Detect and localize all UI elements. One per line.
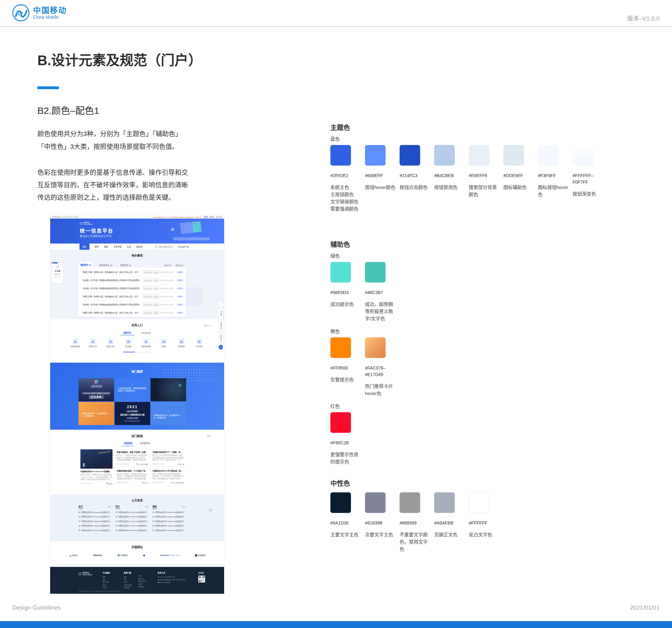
apps-settings-link[interactable]: 设置入口 ›	[204, 324, 212, 327]
follow-action[interactable]: ☆ 加关注	[176, 271, 183, 274]
app-entry[interactable]: ▤ 研究院工会	[86, 339, 100, 347]
news-card[interactable]: 恭喜中国移动，喜提“宇宙第一运营商”称号… 9月26日，“5G视界 未来同享”为…	[117, 451, 148, 465]
search-input[interactable]	[158, 246, 174, 248]
partner-strategy-analytics[interactable]: STRATEGYANALYTICS	[160, 554, 180, 556]
tab-institute-todo[interactable]: 研究院待办 12	[98, 262, 114, 268]
app-entry[interactable]: ▤ 预算管理	[174, 339, 188, 347]
todo-row[interactable]: 「综合部」关于印发《中国移动通信集团有限公司党组关于开展全国范围内节约网… 拟定…	[81, 284, 183, 293]
tab-institute-apps[interactable]: 研究院应用	[138, 330, 154, 335]
footer-link[interactable]: 腾讯会议	[138, 578, 146, 580]
tab-institute-news[interactable]: 研究院新闻	[138, 441, 152, 446]
hot-tile-quote-blue[interactable]: ⌃ ❝ 中国移动即将“回A”，陈光明狂买44亿，值得期待吗？	[150, 402, 186, 425]
back-to-top-button[interactable]: ↑	[218, 302, 223, 307]
footer-link[interactable]: 青苹学堂	[102, 581, 110, 584]
footer-link[interactable]: WPS	[124, 581, 131, 584]
rail-item[interactable]: 流程制度	[218, 332, 223, 344]
notification-bell-icon[interactable]	[203, 216, 206, 218]
doc-item[interactable]: ▤ 中国移动发布5G-Advanced双链融合行动计划…	[78, 525, 112, 527]
docs-more-link[interactable]: 更多 ›	[108, 506, 112, 508]
software-download-link[interactable]: 软件下载	[178, 246, 189, 248]
tab-to-read[interactable]: 待阅事项 16	[118, 262, 133, 268]
nav-item-report[interactable]: 报表	[104, 245, 108, 248]
news-card[interactable]: 中国移动宣布结果，5G订单给了美国高通… 推出5G FUN娱乐，是中国移动履行安…	[117, 467, 148, 484]
doc-item[interactable]: ▤ 中国移动发布5G-Advanced双链融合行动计划…	[116, 511, 149, 514]
doc-item[interactable]: ▤ 中国移动发布5G-Advanced双链融合行动计划…	[152, 525, 186, 527]
news-card[interactable]: 中国移动公布2021年中期业绩丨经营业绩… 此外，中国移动近年来在电影领域积累了…	[152, 467, 184, 484]
todo-row-title[interactable]: 「党群工作部（党委办公室、党风廉政办公室、巡查工作办公室）」关于开展年度…	[81, 311, 142, 314]
tab-group-news[interactable]: 集团新闻	[122, 441, 134, 446]
doc-item[interactable]: ▤ 中国移动发布5G-Advanced双链融合行动计划…	[116, 525, 149, 527]
follow-action[interactable]: ☆ 加关注	[176, 303, 183, 306]
docs-more-link[interactable]: 更多 ›	[182, 506, 186, 508]
user-menu[interactable]: 欢迎您，王大海 ▾	[209, 216, 222, 218]
follow-action[interactable]: ☆ 加关注	[176, 287, 183, 290]
todo-row[interactable]: 「党群工作部（党委办公室、党风廉政办公室、巡查工作办公室）」关于开展年度… 拟定…	[81, 293, 183, 301]
nav-item-codesite[interactable]: 易码站	[136, 245, 142, 248]
news-featured-card[interactable]: 中国移动发布5G-Advanced双链融合行动计划… 面向广大用户，中国移动5G…	[80, 449, 113, 485]
footer-link[interactable]: 生活	[102, 584, 110, 586]
todo-row-title[interactable]: 「综合部」关于印发《中国移动通信集团有限公司党组关于开展全国范围内节约网…	[81, 287, 142, 290]
follow-action[interactable]: ☆ 加关注	[176, 279, 183, 282]
todo-row[interactable]: 「党群工作部（党委办公室、党风廉政办公室、巡查工作办公室）」关于开展年度… 拟定…	[81, 309, 183, 317]
my-follow-link[interactable]: 我的关注 ▾	[175, 264, 184, 266]
tab-group-todo[interactable]: 集团待办 08	[78, 262, 93, 268]
footer-link[interactable]: QQ	[124, 578, 131, 581]
todo-row-title[interactable]: 「党群工作部（党委办公室、党风廉政办公室、巡查工作办公室）」关于开展年度…	[81, 271, 142, 274]
carousel-progress[interactable]	[123, 352, 151, 352]
doc-item[interactable]: ▤ 中国移动发布5G-Advanced双链融合行动计划…	[78, 529, 112, 532]
todo-row[interactable]: 「综合部」关于印发《中国移动通信集团有限公司党组关于开展全国范围内节约网… 拟定…	[81, 276, 183, 284]
hot-tile-contest-poster[interactable]: 2021 CAICT 中国信通院 首届全国人工智能创新应用大赛 -智能网络专题赛…	[115, 402, 150, 425]
doc-item[interactable]: ▤ 中国移动发布5G-Advanced双链融合行动计划…	[152, 511, 186, 514]
nav-item-home[interactable]: 首页	[79, 243, 90, 250]
hot-tile-quote[interactable]: ❝ 三大运营商将齐聚，中国移动披露招股说明书，回A拟募560亿 ⌄	[115, 378, 150, 401]
footer-link[interactable]: 印象笔记	[138, 585, 146, 588]
news-more-link[interactable]: 更多 ›	[207, 435, 212, 437]
doc-item[interactable]: ▤ 中国移动发布5G-Advanced双链融合行动计划…	[152, 515, 186, 518]
follow-action[interactable]: ☆ 加关注	[176, 311, 183, 314]
app-entry[interactable]: ▤ 资产管理	[192, 339, 206, 347]
footer-link[interactable]: 报表	[102, 578, 110, 581]
nav-item-life[interactable]: 生活	[127, 245, 131, 248]
hot-tile-quote-orange[interactable]: ❝ 中国移动即将“回A”，陈光明狂买44亿，值得期待吗？	[78, 402, 114, 425]
app-entry[interactable]: ▤ 智慧党建系统	[68, 339, 82, 347]
doc-item[interactable]: ▤ 中国移动发布5G-Advanced双链融合行动计划…	[116, 529, 149, 532]
partner-diamond[interactable]: ◆	[143, 554, 145, 557]
footer-link[interactable]: 记事本	[138, 583, 146, 586]
hot-tile-photo-dark[interactable]	[150, 378, 186, 401]
user-avatar[interactable]	[206, 216, 208, 218]
app-entry[interactable]: ▤ 乐智云	[157, 339, 170, 347]
app-entry[interactable]: ▤ 研发工具栈	[104, 339, 118, 347]
footer-link[interactable]: 钉钉	[138, 575, 146, 578]
search-box[interactable]	[154, 245, 175, 248]
doc-item[interactable]: ▤ 中国移动发布5G-Advanced双链融合行动计划…	[78, 511, 112, 514]
doc-item[interactable]: ▤ 中国移动发布5G-Advanced双链融合行动计划…	[116, 520, 149, 522]
partner-cnki[interactable]: N中国知网	[195, 554, 206, 557]
todo-row[interactable]: 「综合部」关于印发《中国移动通信集团有限公司党组关于开展全国范围内节约网… 拟定…	[81, 301, 183, 309]
footer-link[interactable]: 微信	[124, 576, 131, 578]
docs-more-link[interactable]: 更多 ›	[145, 506, 149, 508]
doc-item[interactable]: ▤ 中国移动发布5G-Advanced双链融合行动计划…	[78, 520, 112, 522]
hot-tile-photo[interactable]: 5G-Advanced新型产业链融合行动计划书 正式发布	[78, 378, 114, 401]
follow-action[interactable]: ☆ 加关注	[176, 295, 183, 298]
nav-item-school[interactable]: 青苹学堂	[114, 245, 122, 248]
rail-item[interactable]: 调查单	[218, 308, 223, 319]
todo-row-title[interactable]: 「综合部」关于印发《中国移动通信集团有限公司党组关于开展全国范围内节约网…	[81, 279, 142, 282]
rail-item[interactable]: 快速流程	[218, 320, 223, 331]
doc-item[interactable]: ▤ 中国移动发布5G-Advanced双链融合行动计划…	[78, 515, 112, 518]
nav-item-mail[interactable]: 邮件	[95, 245, 99, 248]
doc-item[interactable]: ▤ 中国移动发布5G-Advanced双链融合行动计划…	[152, 529, 186, 532]
partner-cmcc[interactable]: 中国移动	[118, 554, 128, 557]
service-icon[interactable]: ◎	[218, 345, 223, 350]
news-card[interactable]: 中国移动或将成为下一个烟草、投资公司是… 据介绍，5G FUN娱乐是中国移动基于…	[152, 451, 184, 465]
doc-item[interactable]: ▤ 中国移动发布5G-Advanced双链融合行动计划…	[116, 515, 149, 518]
footer-link[interactable]: 谷歌浏览器	[124, 584, 131, 586]
app-entry[interactable]: ▤ 研发外协管理	[139, 339, 153, 347]
doc-item[interactable]: ▤ 中国移动发布5G-Advanced双链融合行动计划…	[152, 520, 186, 522]
todo-row[interactable]: 「党群工作部（党委办公室、党风廉政办公室、巡查工作办公室）」关于开展年度… 拟定…	[81, 268, 183, 276]
partner-gartner[interactable]: Gartner.	[93, 554, 102, 557]
footer-link[interactable]: 邮件	[102, 576, 110, 578]
todo-row-title[interactable]: 「综合部」关于印发《中国移动通信集团有限公司党组关于开展全国范围内节约网…	[81, 303, 142, 306]
todo-row-title[interactable]: 「党群工作部（党委办公室、党风廉政办公室、巡查工作办公室）」关于开展年度…	[81, 295, 142, 298]
footer-link[interactable]: 网易云音乐	[138, 580, 146, 583]
partner-mobile-cloud[interactable]: ☁移动云	[69, 554, 78, 557]
